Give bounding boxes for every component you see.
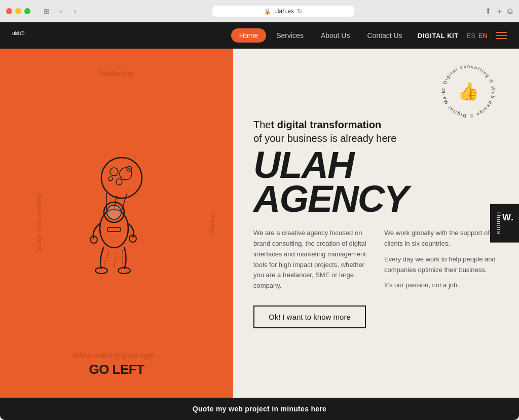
- desc-col-1-text: We are a creative agency focused on bran…: [253, 228, 368, 291]
- lang-en-button[interactable]: EN: [478, 32, 488, 40]
- svg-point-3: [116, 179, 122, 185]
- minimize-button[interactable]: [15, 8, 21, 14]
- forward-button[interactable]: ›: [69, 5, 81, 17]
- nav-buttons: ⊞ ‹ ›: [41, 5, 81, 17]
- svg-line-17: [104, 251, 109, 266]
- desc-col-2-line3: It’s our passion, not a job.: [384, 280, 499, 291]
- reload-icon[interactable]: ↻: [297, 8, 302, 15]
- tagline-normal: The: [253, 119, 271, 130]
- tagline-bold: t digital transformation: [271, 119, 381, 130]
- hero-right-panel: ® Digital consulting ® Web design ® Digi…: [233, 49, 519, 398]
- circular-badge: ® Digital consulting ® Web design ® Digi…: [438, 61, 499, 122]
- website-content: ulah® Home Services About Us Contact Us …: [0, 22, 519, 420]
- site-logo[interactable]: ulah®: [12, 29, 24, 42]
- hero-left-bottom: When nothing goes right... GO LEFT: [72, 351, 161, 377]
- tagline-goes-right: When nothing goes right...: [72, 351, 161, 360]
- footer-bar[interactable]: Quote my web project in minutes here: [0, 398, 519, 420]
- svg-point-11: [107, 205, 121, 219]
- agency-name-line1: ULAH: [253, 148, 499, 182]
- svg-line-8: [122, 194, 127, 211]
- tagline-line2: of your business is already here: [253, 133, 396, 144]
- maximize-button[interactable]: [24, 8, 30, 14]
- browser-window: ⊞ ‹ › 🔒 ulah.es ↻ ⬆ ＋ ⧉ ulah® Home Servi: [0, 0, 519, 420]
- share-icon[interactable]: ⬆: [485, 7, 492, 16]
- svg-rect-16: [107, 227, 121, 232]
- lang-es-button[interactable]: ES: [467, 32, 475, 40]
- titlebar: ⊞ ‹ › 🔒 ulah.es ↻ ⬆ ＋ ⧉: [0, 0, 519, 22]
- agency-name-line2: AGENCY: [253, 182, 499, 216]
- know-more-button[interactable]: Ok! I want to know more: [253, 306, 366, 328]
- hamburger-line-3: [496, 38, 507, 39]
- desc-col-2-line2: Every day we work to help people and com…: [384, 254, 499, 276]
- tabs-icon[interactable]: ⧉: [507, 7, 513, 16]
- shield-icon: 🔒: [264, 8, 271, 15]
- main-nav: ulah® Home Services About Us Contact Us …: [0, 22, 519, 49]
- window-controls: [6, 8, 30, 14]
- hero-left-panel: Marketing Design and creativity Strategy: [0, 49, 233, 398]
- digital-kit-label[interactable]: DIGITAL KIT: [418, 32, 459, 40]
- honors-widget[interactable]: W. Honors: [490, 204, 519, 243]
- new-tab-icon[interactable]: ＋: [496, 7, 503, 16]
- nav-about[interactable]: About Us: [314, 28, 357, 43]
- hero-section: Marketing Design and creativity Strategy: [0, 49, 519, 398]
- url-field[interactable]: 🔒 ulah.es ↻: [212, 6, 354, 17]
- svg-line-18: [114, 253, 117, 268]
- strategy-label: Strategy: [209, 211, 216, 235]
- toolbar-right: ⬆ ＋ ⧉: [485, 7, 513, 16]
- svg-point-1: [110, 168, 118, 176]
- nav-links: Home Services About Us Contact Us: [231, 28, 410, 43]
- footer-cta-text: Quote my web project in minutes here: [193, 405, 326, 413]
- hamburger-menu[interactable]: [496, 32, 507, 39]
- widget-w-label: W.: [502, 212, 514, 222]
- addressbar: 🔒 ulah.es ↻: [85, 6, 481, 17]
- hamburger-line-1: [496, 32, 507, 33]
- sidebar-toggle-icon[interactable]: ⊞: [41, 5, 53, 17]
- url-text: ulah.es: [274, 8, 294, 15]
- marketing-label: Marketing: [99, 69, 134, 78]
- language-switcher: ES EN: [467, 32, 488, 40]
- description-row: We are a creative agency focused on bran…: [253, 228, 499, 291]
- svg-point-5: [108, 177, 113, 181]
- hero-tagline: Thet digital transformation of your busi…: [253, 118, 499, 145]
- desc-col-1: We are a creative agency focused on bran…: [253, 228, 368, 291]
- widget-honors-label: Honors: [495, 212, 502, 235]
- hamburger-line-2: [496, 35, 507, 36]
- desc-col-2-line1: We work globally with the support of cli…: [384, 228, 499, 249]
- back-button[interactable]: ‹: [55, 5, 67, 17]
- circular-text-ring: ® Digital consulting ® Web design ® Digi…: [438, 61, 499, 122]
- close-button[interactable]: [6, 8, 12, 14]
- nav-home[interactable]: Home: [231, 28, 266, 43]
- nav-services[interactable]: Services: [269, 28, 311, 43]
- desc-col-2: We work globally with the support of cli…: [384, 228, 499, 291]
- design-creativity-label: Design and creativity: [35, 193, 43, 254]
- agency-name: ULAH AGENCY: [253, 148, 499, 216]
- nav-contact[interactable]: Contact Us: [360, 28, 409, 43]
- svg-point-2: [120, 168, 132, 180]
- go-left-cta: GO LEFT: [72, 362, 161, 377]
- astronaut-illustration: [61, 147, 172, 299]
- svg-text:👍: 👍: [458, 81, 479, 102]
